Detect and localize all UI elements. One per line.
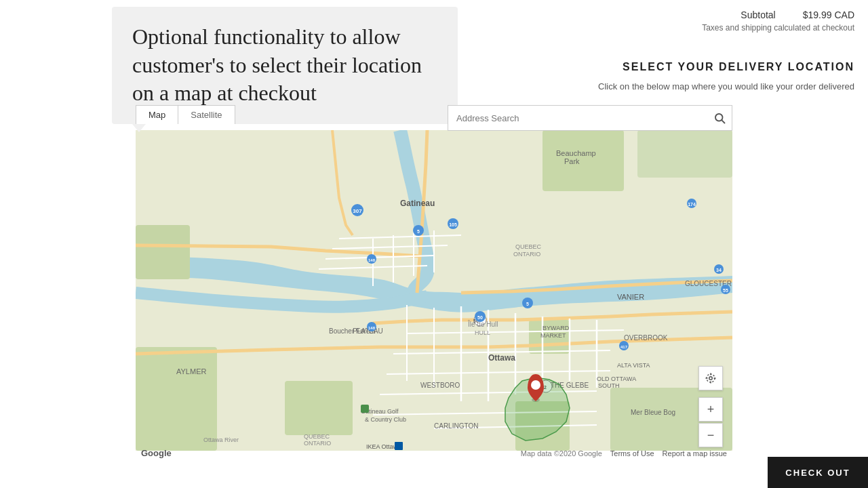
info-tooltip-text: Optional functionality to allow customer… — [132, 24, 422, 105]
svg-text:Ottawa River: Ottawa River — [203, 436, 239, 443]
svg-text:HULL: HULL — [475, 329, 490, 336]
map-data-credit: Map data ©2020 Google — [521, 449, 602, 458]
zoom-out-button[interactable]: − — [698, 423, 723, 447]
svg-text:417: 417 — [620, 345, 628, 349]
svg-point-93 — [707, 374, 715, 382]
svg-text:Gatineau: Gatineau — [400, 199, 435, 208]
svg-text:Ottawa: Ottawa — [488, 353, 515, 363]
map-display[interactable]: Beauchamp Park Gatineau Ottawa VANIER OV… — [136, 130, 732, 451]
svg-text:174: 174 — [688, 202, 696, 207]
location-button[interactable] — [698, 366, 723, 390]
svg-text:CARLINGTON: CARLINGTON — [434, 422, 478, 430]
svg-text:ONTARIO: ONTARIO — [513, 251, 540, 258]
subtotal-value: $19.99 CAD — [803, 9, 854, 20]
svg-text:QUEBEC: QUEBEC — [304, 433, 330, 440]
svg-text:5: 5 — [526, 302, 529, 306]
svg-point-91 — [531, 380, 540, 390]
subtotal-label: Subtotal — [741, 9, 775, 20]
map-tabs: Map Satellite — [136, 105, 235, 124]
svg-text:5: 5 — [417, 229, 420, 234]
svg-text:MARKET: MARKET — [540, 332, 566, 339]
tab-map[interactable]: Map — [136, 106, 178, 124]
terms-of-use-link[interactable]: Terms of Use — [610, 449, 654, 458]
checkout-button[interactable]: CHECK OUT — [768, 457, 868, 488]
svg-rect-3 — [542, 130, 624, 191]
tab-satellite[interactable]: Satellite — [178, 106, 234, 124]
search-button[interactable] — [707, 106, 732, 130]
svg-text:55: 55 — [723, 288, 728, 293]
svg-text:Beauchamp: Beauchamp — [556, 149, 596, 157]
svg-text:105: 105 — [449, 222, 457, 227]
svg-text:Mer Bleue Bog: Mer Bleue Bog — [631, 409, 675, 416]
svg-text:QUEBEC: QUEBEC — [515, 243, 542, 250]
map-controls: + − — [698, 366, 723, 447]
svg-text:WESTBORO: WESTBORO — [420, 382, 460, 389]
svg-rect-8 — [136, 347, 217, 451]
map-svg: Beauchamp Park Gatineau Ottawa VANIER OV… — [136, 130, 732, 451]
svg-text:VANIER: VANIER — [617, 293, 644, 301]
svg-text:AYLMER: AYLMER — [176, 367, 206, 375]
svg-rect-61 — [361, 405, 369, 413]
svg-text:ALTA VISTA: ALTA VISTA — [617, 362, 650, 369]
google-logo: Google — [141, 448, 172, 458]
tax-note: Taxes and shipping calculated at checkou… — [702, 23, 854, 33]
search-icon — [713, 112, 726, 124]
svg-text:34: 34 — [716, 268, 722, 272]
zoom-in-button[interactable]: + — [698, 397, 723, 422]
svg-text:BYWARD: BYWARD — [542, 325, 570, 331]
map-footer: Google Map data ©2020 Google Terms of Us… — [136, 445, 732, 461]
delivery-section-title: SELECT YOUR DELIVERY LOCATION — [623, 61, 854, 73]
svg-text:OVERBROOK: OVERBROOK — [624, 334, 668, 342]
svg-text:Park: Park — [564, 157, 580, 165]
location-icon — [705, 372, 717, 384]
report-map-issue-link[interactable]: Report a map issue — [663, 449, 727, 458]
svg-text:148: 148 — [368, 258, 376, 262]
delivery-section-subtitle: Click on the below map where you would l… — [598, 81, 854, 92]
address-search-wrapper — [448, 105, 732, 131]
svg-point-92 — [709, 377, 713, 380]
svg-text:& Country Club: & Country Club — [365, 416, 406, 423]
svg-text:148: 148 — [368, 326, 376, 330]
svg-text:OLD OTTAWA: OLD OTTAWA — [597, 375, 636, 382]
svg-text:50: 50 — [477, 315, 483, 320]
svg-rect-9 — [136, 225, 190, 279]
svg-text:307: 307 — [353, 208, 362, 214]
svg-text:SOUTH: SOUTH — [598, 382, 620, 389]
order-summary: Subtotal $19.99 CAD Taxes and shipping c… — [702, 9, 854, 33]
address-search-input[interactable] — [448, 108, 707, 129]
svg-rect-4 — [637, 130, 732, 178]
svg-line-1 — [722, 120, 724, 123]
svg-rect-7 — [285, 381, 353, 435]
